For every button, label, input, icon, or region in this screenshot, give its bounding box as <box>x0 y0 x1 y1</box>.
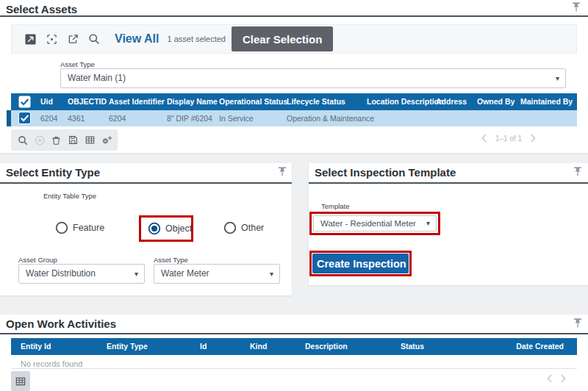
radio-label: Object <box>165 223 192 234</box>
col-header-operational-status[interactable]: Operational Status <box>219 97 287 106</box>
checkbox-checked-icon <box>18 112 31 124</box>
chevron-left-icon[interactable] <box>547 374 552 383</box>
pin-panel-button[interactable] <box>572 2 582 12</box>
select-all-checkbox[interactable] <box>18 96 31 108</box>
chevron-down-icon: ▾ <box>556 69 559 87</box>
table-view-button[interactable] <box>11 371 30 391</box>
selection-count-text: 1 asset selected <box>167 35 226 43</box>
col-header-entity-id[interactable]: Entity Id <box>21 342 51 351</box>
pin-icon <box>573 318 582 328</box>
select-inspection-template-title: Select Inspection Template <box>315 166 456 179</box>
annotation-box-template-select: Water - Residential Meter ▾ <box>309 212 440 235</box>
add-icon <box>34 134 45 146</box>
chevron-down-icon: ▾ <box>135 265 138 283</box>
search-icon[interactable] <box>88 33 100 45</box>
template-select[interactable]: Water - Residential Meter ▾ <box>313 215 437 232</box>
radio-unselected-icon <box>55 221 68 234</box>
view-all-link[interactable]: View All <box>115 32 159 46</box>
radio-option-other[interactable]: Other <box>223 221 264 234</box>
assets-toolbar: View All 1 asset selected Clear Selectio… <box>11 24 577 54</box>
asset-type-select[interactable]: Water Meter ▾ <box>154 264 280 284</box>
settings-gears-icon[interactable] <box>101 134 112 146</box>
select-assets-panel: Select Assets View All 1 asset selected … <box>0 0 588 153</box>
chevron-down-icon: ▾ <box>270 265 273 283</box>
asset-type-select[interactable]: Water Main (1) ▾ <box>60 68 566 88</box>
chevron-right-icon[interactable] <box>561 374 566 383</box>
col-header-display-name[interactable]: Display Name <box>167 97 218 106</box>
col-header-uid[interactable]: Uid <box>40 97 53 106</box>
create-inspection-button[interactable]: Create Inspection <box>312 254 409 273</box>
focus-selection-icon[interactable] <box>46 33 57 45</box>
panel-underline <box>0 333 588 334</box>
pin-panel-button[interactable] <box>573 318 584 329</box>
chevron-down-icon: ▾ <box>426 216 430 231</box>
clear-selection-button[interactable]: Clear Selection <box>232 26 333 51</box>
col-header-owned-by[interactable]: Owned By <box>477 97 514 106</box>
col-header-id[interactable]: Id <box>200 342 207 351</box>
col-header-address[interactable]: Address <box>436 97 467 106</box>
radio-option-feature[interactable]: Feature <box>55 221 104 234</box>
work-activities-pagination <box>547 374 566 383</box>
pin-icon <box>572 2 581 12</box>
cell-operational-status: In Service <box>219 114 254 123</box>
col-header-description[interactable]: Description <box>305 342 348 351</box>
assets-table-header: Uid OBJECTID Asset Identifier Display Na… <box>11 93 577 110</box>
select-entity-type-title: Select Entity Type <box>6 166 100 179</box>
asset-table-row[interactable]: 6204 4361 6204 8" DIP #6204 In Service O… <box>11 110 577 126</box>
panel-underline <box>0 15 588 17</box>
col-header-asset-identifier[interactable]: Asset Identifier <box>109 97 165 106</box>
delete-icon[interactable] <box>51 134 62 146</box>
cell-uid: 6204 <box>40 114 57 123</box>
annotation-box-create-inspection: Create Inspection <box>309 251 412 276</box>
radio-unselected-icon <box>223 221 237 234</box>
table-footer-toolbar <box>11 129 118 151</box>
pin-panel-button[interactable] <box>573 167 584 177</box>
col-header-status[interactable]: Status <box>401 342 424 351</box>
cell-objectid: 4361 <box>68 114 85 123</box>
asset-group-value: Water Distribution <box>26 265 96 283</box>
col-header-objectid[interactable]: OBJECTID <box>68 97 107 106</box>
col-header-maintained-by[interactable]: Maintained By <box>520 97 573 106</box>
asset-group-select[interactable]: Water Distribution ▾ <box>18 264 145 284</box>
asset-type-value: Water Main (1) <box>68 69 126 87</box>
select-assets-title: Select Assets <box>6 3 77 15</box>
col-header-kind[interactable]: Kind <box>250 342 267 351</box>
search-icon[interactable] <box>17 134 28 146</box>
open-work-activities-panel: Open Work Activities Entity Id Entity Ty… <box>0 315 588 391</box>
open-in-new-icon[interactable] <box>67 33 79 45</box>
col-header-entity-type[interactable]: Entity Type <box>107 342 148 351</box>
cell-lifecycle-status: Operation & Maintenance <box>287 114 374 123</box>
table-icon <box>15 376 26 387</box>
annotation-box-object-radio: Object <box>139 215 193 242</box>
asset-type-label: Asset Type <box>154 256 188 264</box>
col-header-date-created[interactable]: Date Created <box>516 342 564 351</box>
pagination-text: 1–1 of 1 <box>495 134 522 143</box>
asset-type-value: Water Meter <box>161 265 209 283</box>
chevron-left-icon[interactable] <box>481 134 487 143</box>
asset-type-label: Asset Type <box>60 60 95 68</box>
row-checkbox[interactable] <box>18 112 31 124</box>
work-activities-table-header: Entity Id Entity Type Id Kind Descriptio… <box>11 338 577 355</box>
template-value: Water - Residential Meter <box>320 216 416 231</box>
radio-label: Feature <box>73 223 104 233</box>
col-header-lifecycle-status[interactable]: Lifecycle Status <box>287 97 345 106</box>
select-inspection-template-panel: Select Inspection Template Template Wate… <box>309 163 588 285</box>
chevron-right-icon[interactable] <box>531 134 536 143</box>
entity-table-type-label: Entity Table Type <box>43 192 96 200</box>
pin-icon <box>278 167 287 176</box>
panel-underline <box>0 182 292 184</box>
save-icon[interactable] <box>68 134 79 146</box>
no-records-message: No records found <box>21 359 82 368</box>
panel-underline <box>309 182 588 184</box>
radio-selected-icon <box>148 222 161 235</box>
zoom-to-selection-icon[interactable] <box>24 33 36 45</box>
cell-display-name: 8" DIP #6204 <box>167 114 212 123</box>
radio-option-object[interactable]: Object <box>148 222 192 235</box>
col-header-location-description[interactable]: Location Description <box>367 97 443 106</box>
cell-asset-identifier: 6204 <box>109 114 126 123</box>
radio-label: Other <box>241 223 264 233</box>
pin-panel-button[interactable] <box>278 167 288 177</box>
table-bottom-divider <box>11 368 577 369</box>
asset-group-label: Asset Group <box>18 256 57 264</box>
table-icon[interactable] <box>85 134 96 146</box>
